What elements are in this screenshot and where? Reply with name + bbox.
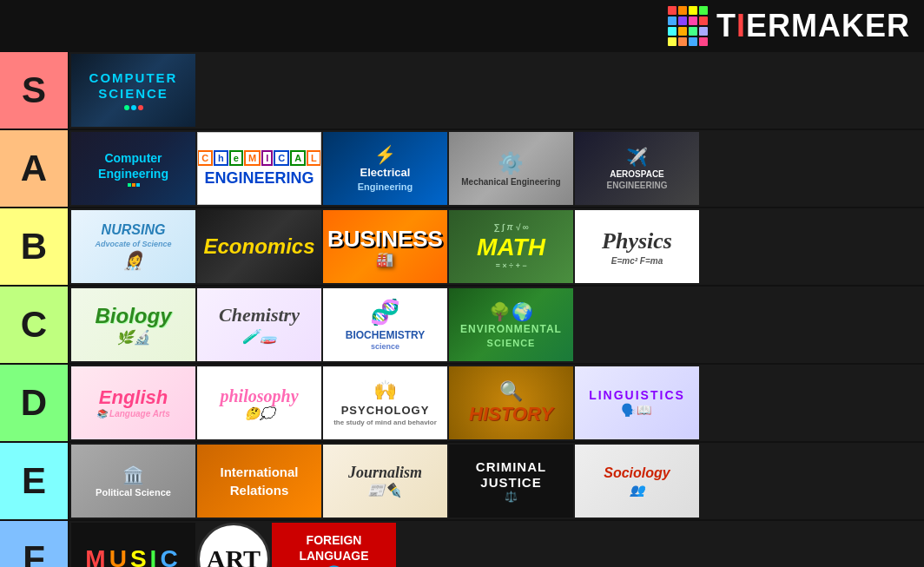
logo-cell <box>668 37 676 46</box>
tile-english[interactable]: English 📚 Language Arts <box>71 366 195 439</box>
tier-row-b: B NURSING Advocate of Science 👩‍⚕️ Econo… <box>0 208 924 287</box>
tile-biochemistry[interactable]: 🧬 BIOCHEMISTRY science <box>323 288 447 361</box>
tile-nursing[interactable]: NURSING Advocate of Science 👩‍⚕️ <box>71 210 195 283</box>
tile-music[interactable]: MUSIC <box>71 523 195 567</box>
tile-math[interactable]: ∑ ∫ π √ ∞ MATH = × ÷ + − <box>449 210 573 283</box>
tier-label-a: A <box>0 130 69 207</box>
tile-foreign-language[interactable]: FOREIGN LANGUAGE 🌐 <box>272 523 396 567</box>
tier-row-a: A Computer Engineering C h <box>0 130 924 208</box>
tier-label-f: F <box>0 521 69 567</box>
tile-electrical-engineering[interactable]: ⚡ Electrical Engineering <box>323 132 447 205</box>
tile-journalism[interactable]: Journalism 📰✒️ <box>323 445 447 518</box>
tile-sociology[interactable]: Sociology 👥 <box>575 445 699 518</box>
tile-aerospace-engineering[interactable]: ✈️ AEROSPACE ENGINEERING <box>575 132 699 205</box>
tile-computer-engineering[interactable]: Computer Engineering <box>71 132 195 205</box>
logo-cell <box>699 16 708 25</box>
logo-cell <box>678 16 687 25</box>
tier-row-c: C Biology 🌿🔬 Chemistry 🧪🧫 🧬 BIOCHEMISTRY <box>0 287 924 365</box>
tier-row-s: S COMPUTER SCIENCE <box>0 52 924 130</box>
logo-cell <box>689 6 697 15</box>
tier-label-b: B <box>0 208 69 285</box>
tile-economics[interactable]: Economics <box>197 210 321 283</box>
tier-label-s: S <box>0 52 69 129</box>
music-u: U <box>109 545 130 567</box>
logo-cell <box>689 27 697 36</box>
tile-mechanical-engineering[interactable]: ⚙️ Mechanical Engineering <box>449 132 573 205</box>
tile-business[interactable]: BUSINESS 🏭 <box>323 210 447 283</box>
tier-row-f: F MUSIC ART FOREIGN LANGUAGE 🌐 <box>0 521 924 567</box>
tile-psychology[interactable]: 🙌 Psychology the study of mind and behav… <box>323 366 447 439</box>
logo: TiERMAKER <box>668 6 910 46</box>
tier-label-e: E <box>0 443 69 519</box>
logo-cell <box>699 6 708 15</box>
tile-physics[interactable]: Physics E=mc² F=ma <box>575 210 699 283</box>
tile-environmental-science[interactable]: 🌳🌍 Environmental Science <box>449 288 573 361</box>
tier-table: S COMPUTER SCIENCE A Computer <box>0 52 924 567</box>
logo-cell <box>678 27 687 36</box>
header: TiERMAKER <box>0 0 924 52</box>
tile-criminal-justice[interactable]: CRIMINAL JUSTICE ⚖️ <box>449 445 573 518</box>
logo-cell <box>689 37 697 46</box>
logo-cell <box>668 6 676 15</box>
tier-label-d: D <box>0 365 69 441</box>
tile-art[interactable]: ART <box>197 523 270 567</box>
logo-cell <box>668 16 676 25</box>
tier-items-d: English 📚 Language Arts philosophy 🤔💭 🙌 … <box>69 365 924 441</box>
logo-cell <box>678 37 687 46</box>
logo-cell <box>699 37 708 46</box>
tier-items-e: 🏛️ Political Science International Relat… <box>69 443 924 519</box>
tile-international-relations[interactable]: International Relations <box>197 445 321 518</box>
music-m: M <box>85 545 109 567</box>
tier-items-c: Biology 🌿🔬 Chemistry 🧪🧫 🧬 BIOCHEMISTRY s… <box>69 287 924 363</box>
tier-items-f: MUSIC ART FOREIGN LANGUAGE 🌐 <box>69 521 924 567</box>
tier-items-a: Computer Engineering C h e M <box>69 130 924 207</box>
tile-history[interactable]: 🔍 HISTORY <box>449 366 573 439</box>
tier-label-c: C <box>0 287 69 363</box>
logo-cell <box>699 27 708 36</box>
logo-cell <box>678 6 687 15</box>
tile-chemical-engineering[interactable]: C h e M I C A L ENGINEERING <box>197 132 321 205</box>
tier-row-e: E 🏛️ Political Science International Rel… <box>0 443 924 521</box>
tile-philosophy[interactable]: philosophy 🤔💭 <box>197 366 321 439</box>
tier-items-b: NURSING Advocate of Science 👩‍⚕️ Economi… <box>69 208 924 285</box>
logo-cell <box>668 27 676 36</box>
tile-computer-science[interactable]: COMPUTER SCIENCE <box>71 54 195 127</box>
tier-row-d: D English 📚 Language Arts philosophy 🤔💭 … <box>0 365 924 443</box>
tile-chemistry[interactable]: Chemistry 🧪🧫 <box>197 288 321 361</box>
tier-items-s: COMPUTER SCIENCE <box>69 52 924 129</box>
tile-political-science[interactable]: 🏛️ Political Science <box>71 445 195 518</box>
music-i: I <box>150 545 161 567</box>
logo-text: TiERMAKER <box>716 8 910 44</box>
music-c: C <box>160 545 181 567</box>
music-s: S <box>130 545 150 567</box>
tile-biology[interactable]: Biology 🌿🔬 <box>71 288 195 361</box>
logo-grid-icon <box>668 6 708 46</box>
logo-cell <box>689 16 697 25</box>
tile-linguistics[interactable]: LINGUISTICS 🗣️📖 <box>575 366 699 439</box>
